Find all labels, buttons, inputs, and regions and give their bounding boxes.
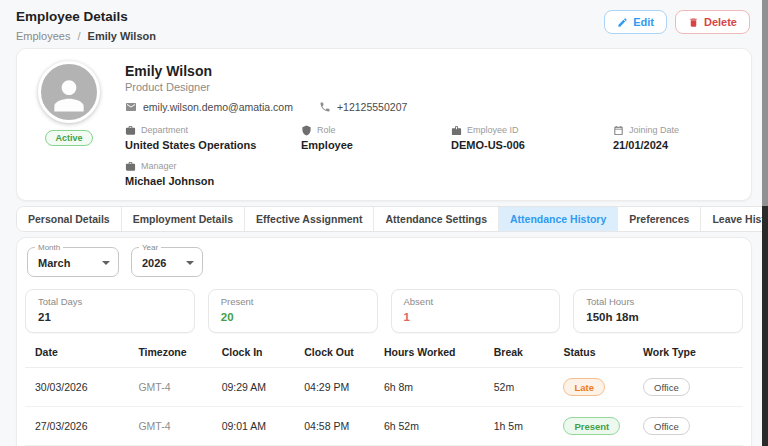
month-select-label: Month: [35, 243, 63, 252]
manager-field-wrap: ManagerMichael Johnson: [125, 161, 735, 188]
field-value-department: United States Operations: [125, 139, 301, 152]
tab-preferences[interactable]: Preferences: [617, 207, 700, 231]
scrollbar-thumb[interactable]: [762, 0, 768, 206]
tab-attendance-history[interactable]: Attendance History: [498, 207, 617, 231]
top-bar: Employee Details Employees / Emily Wilso…: [0, 0, 768, 48]
stat-card-absent: Absent1: [391, 289, 561, 333]
tab-attendance-settings[interactable]: Attendance Settings: [373, 207, 498, 231]
attendance-status-badge: Late: [563, 378, 605, 396]
edit-button[interactable]: Edit: [604, 10, 667, 34]
breadcrumb: Employees / Emily Wilson: [16, 30, 156, 42]
delete-button-label: Delete: [704, 16, 737, 28]
cell-work-type: Office: [633, 407, 743, 446]
cell-hours-worked: 6h 52m: [374, 407, 484, 446]
field-value-employee-id: DEMO-US-006: [451, 139, 613, 152]
month-select[interactable]: Month March: [27, 247, 119, 277]
breadcrumb-separator: /: [77, 30, 80, 42]
employee-name: Emily Wilson: [125, 63, 735, 79]
field-label-joining-date: Joining Date: [613, 125, 735, 136]
breadcrumb-employees-link[interactable]: Employees: [16, 30, 70, 42]
field-label-text: Role: [317, 125, 336, 136]
badge-icon: [451, 125, 462, 136]
stat-value: 20: [221, 310, 365, 324]
shield-icon: [301, 125, 312, 136]
year-select[interactable]: Year 2026: [131, 247, 203, 277]
briefcase-icon: [125, 161, 136, 172]
header-actions: Edit Delete: [604, 10, 750, 34]
tab-employment-details[interactable]: Employment Details: [121, 207, 244, 231]
cell-clock-in: 09:29 AM: [212, 368, 295, 407]
field-value-manager: Michael Johnson: [125, 175, 735, 188]
field-label-department: Department: [125, 125, 301, 136]
delete-button[interactable]: Delete: [675, 10, 750, 34]
stat-label: Present: [221, 296, 365, 308]
employee-email: emily.wilson.demo@amatia.com: [143, 101, 293, 113]
field-department: DepartmentUnited States Operations: [125, 125, 301, 152]
attendance-history-panel: Month March Year 2026 Total Days21Presen…: [16, 237, 752, 446]
column-header-hours-worked: Hours Worked: [374, 338, 484, 368]
phone-icon: [319, 101, 331, 113]
cell-timezone: GMT-4: [128, 407, 211, 446]
column-header-break: Break: [484, 338, 554, 368]
field-value-role: Employee: [301, 139, 451, 152]
stat-label: Total Days: [38, 296, 182, 308]
cell-status: Present: [553, 407, 633, 446]
cell-clock-out: 04:29 PM: [294, 368, 374, 407]
profile-card: Active Emily Wilson Product Designer emi…: [16, 48, 752, 201]
column-header-date: Date: [25, 338, 128, 368]
stat-value: 1: [404, 310, 548, 324]
tab-effective-assignment[interactable]: Effective Assignment: [244, 207, 373, 231]
column-header-work-type: Work Type: [633, 338, 743, 368]
status-badge: Active: [45, 130, 92, 146]
cell-hours-worked: 6h 8m: [374, 368, 484, 407]
pencil-icon: [617, 17, 628, 28]
tab-leave-history[interactable]: Leave History: [700, 207, 768, 231]
work-type-badge: Office: [643, 417, 690, 435]
contact-row: emily.wilson.demo@amatia.com +1212555020…: [125, 101, 735, 113]
tabs-wrap: Personal DetailsEmployment DetailsEffect…: [16, 206, 752, 232]
cell-work-type: Office: [633, 368, 743, 407]
phone-item: +12125550207: [319, 101, 407, 113]
field-value-joining-date: 21/01/2024: [613, 139, 735, 152]
envelope-icon: [125, 101, 137, 113]
table-row[interactable]: 30/03/2026GMT-409:29 AM04:29 PM6h 8m52mL…: [25, 368, 743, 407]
field-role: RoleEmployee: [301, 125, 451, 152]
stat-label: Total Hours: [586, 296, 730, 308]
cell-break: 1h 5m: [484, 407, 554, 446]
page-title: Employee Details: [16, 8, 156, 25]
edit-button-label: Edit: [633, 16, 654, 28]
column-header-timezone: Timezone: [128, 338, 211, 368]
breadcrumb-current: Emily Wilson: [88, 30, 156, 42]
field-joining-date: Joining Date21/01/2024: [613, 125, 735, 152]
attendance-table: DateTimezoneClock InClock OutHours Worke…: [25, 338, 743, 446]
tab-personal-details[interactable]: Personal Details: [17, 207, 121, 231]
calendar-icon: [613, 125, 624, 136]
profile-fields: DepartmentUnited States OperationsRoleEm…: [125, 125, 735, 152]
header-row: DateTimezoneClock InClock OutHours Worke…: [25, 338, 743, 368]
field-label-employee-id: Employee ID: [451, 125, 613, 136]
cell-status: Late: [553, 368, 633, 407]
chevron-down-icon: [186, 261, 194, 265]
cell-clock-in: 09:01 AM: [212, 407, 295, 446]
field-label-role: Role: [301, 125, 451, 136]
stat-value: 21: [38, 310, 182, 324]
year-select-label: Year: [139, 243, 161, 252]
briefcase-icon: [125, 125, 136, 136]
employee-job-title: Product Designer: [125, 81, 735, 94]
stat-card-total-hours: Total Hours150h 18m: [573, 289, 743, 333]
attendance-table-body: 30/03/2026GMT-409:29 AM04:29 PM6h 8m52mL…: [25, 368, 743, 446]
field-label-text: Department: [141, 125, 188, 136]
table-row[interactable]: 27/03/2026GMT-409:01 AM04:58 PM6h 52m1h …: [25, 407, 743, 446]
stat-value: 150h 18m: [586, 310, 730, 324]
vertical-scrollbar[interactable]: [762, 0, 768, 446]
attendance-status-badge: Present: [563, 417, 620, 435]
stat-card-total-days: Total Days21: [25, 289, 195, 333]
stat-label: Absent: [404, 296, 548, 308]
work-type-badge: Office: [643, 378, 690, 396]
header-left: Employee Details Employees / Emily Wilso…: [16, 8, 156, 42]
filters-row: Month March Year 2026: [25, 247, 743, 277]
email-item: emily.wilson.demo@amatia.com: [125, 101, 293, 113]
column-header-status: Status: [553, 338, 633, 368]
tab-bar: Personal DetailsEmployment DetailsEffect…: [16, 206, 768, 232]
stat-card-present: Present20: [208, 289, 378, 333]
